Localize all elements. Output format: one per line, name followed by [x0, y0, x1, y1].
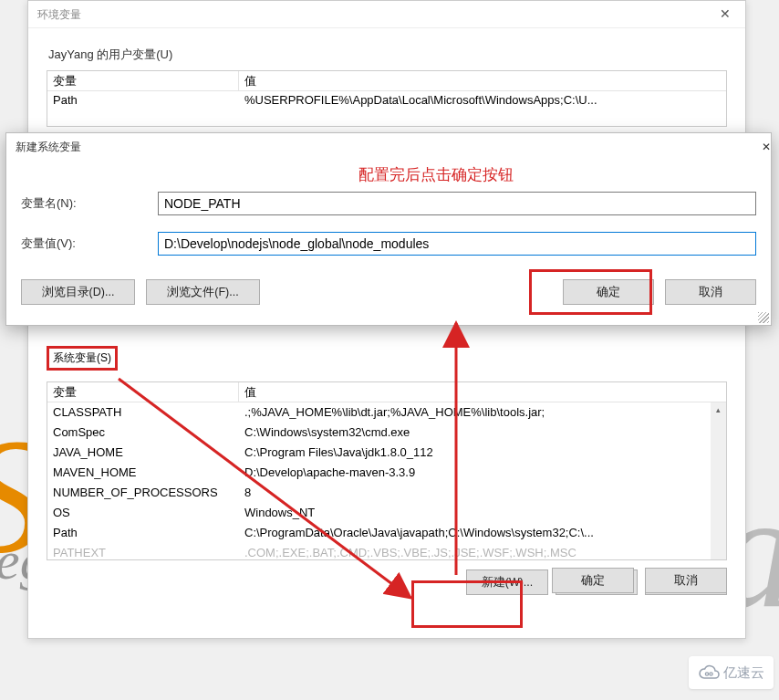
watermark-text: 亿速云	[723, 664, 764, 682]
table-row[interactable]: Path %USERPROFILE%\AppData\Local\Microso…	[47, 91, 726, 110]
user-col-value[interactable]: 值	[239, 71, 726, 90]
cloud-icon	[698, 662, 720, 684]
var-name-label: 变量名(N):	[21, 195, 158, 212]
scroll-up-icon[interactable]: ▴	[711, 402, 726, 418]
table-row[interactable]: PATHEXT.COM;.EXE;.BAT;.CMD;.VBS;.VBE;.JS…	[47, 543, 726, 560]
user-vars-table[interactable]: 变量 值 Path %USERPROFILE%\AppData\Local\Mi…	[47, 70, 727, 127]
user-vars-label: JayYang 的用户变量(U)	[48, 47, 727, 63]
env-dialog-titlebar: 环境变量 ✕	[28, 1, 745, 28]
table-row[interactable]: ComSpecC:\Windows\system32\cmd.exe	[47, 423, 726, 443]
scrollbar[interactable]: ▴	[711, 402, 726, 559]
close-icon[interactable]: ✕	[762, 133, 771, 161]
sys-col-variable[interactable]: 变量	[47, 382, 239, 402]
table-row[interactable]: CLASSPATH.;%JAVA_HOME%\lib\dt.jar;%JAVA_…	[47, 402, 726, 423]
var-value-input[interactable]	[158, 232, 756, 256]
new-dialog-title: 新建系统变量	[16, 133, 81, 161]
system-vars-table[interactable]: 变量 值 CLASSPATH.;%JAVA_HOME%\lib\dt.jar;%…	[47, 381, 727, 560]
system-vars-label: 系统变量(S)	[47, 346, 118, 371]
browse-dir-button[interactable]: 浏览目录(D)...	[21, 279, 135, 305]
browse-file-button[interactable]: 浏览文件(F)...	[146, 279, 260, 305]
annotation-hint: 配置完后点击确定按钮	[358, 164, 514, 185]
new-cancel-button[interactable]: 取消	[665, 279, 756, 305]
resize-grip-icon[interactable]	[758, 312, 769, 323]
table-row[interactable]: JAVA_HOMEC:\Program Files\Java\jdk1.8.0_…	[47, 443, 726, 463]
new-system-variable-dialog: 新建系统变量 ✕ 配置完后点击确定按钮 变量名(N): 变量值(V): 浏览目录…	[5, 132, 772, 326]
watermark-logo: 亿速云	[689, 656, 774, 689]
close-icon[interactable]: ✕	[704, 1, 745, 28]
env-ok-button[interactable]: 确定	[552, 568, 634, 593]
var-value-label: 变量值(V):	[21, 235, 158, 252]
user-col-variable[interactable]: 变量	[47, 71, 239, 90]
env-dialog-title: 环境变量	[37, 1, 81, 28]
new-ok-button[interactable]: 确定	[563, 279, 654, 305]
table-row[interactable]: PathC:\ProgramData\Oracle\Java\javapath;…	[47, 523, 726, 543]
env-cancel-button[interactable]: 取消	[645, 568, 727, 593]
sys-col-value[interactable]: 值	[239, 382, 726, 402]
table-row[interactable]: MAVEN_HOMED:\Develop\apache-maven-3.3.9	[47, 463, 726, 483]
new-dialog-titlebar: 新建系统变量 ✕	[6, 133, 771, 161]
table-row[interactable]: OSWindows_NT	[47, 503, 726, 523]
svg-point-3	[710, 673, 712, 675]
var-name-input[interactable]	[158, 192, 756, 215]
svg-point-2	[705, 673, 708, 675]
table-row[interactable]: NUMBER_OF_PROCESSORS8	[47, 483, 726, 503]
new-sysvar-button[interactable]: 新建(W)...	[466, 569, 548, 595]
